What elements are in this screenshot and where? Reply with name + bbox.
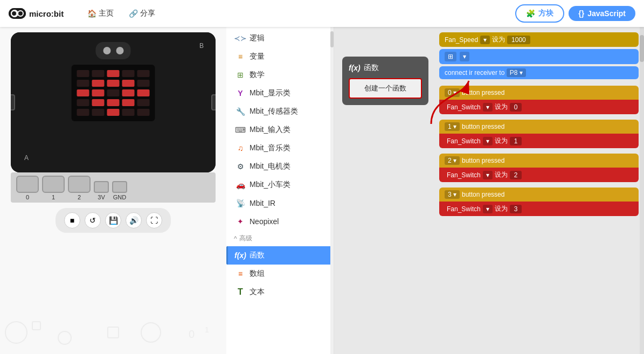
microbit-device: A B	[11, 32, 216, 172]
pins-row: 0 1 2 3V GND	[11, 172, 216, 203]
pin-gnd: GND	[112, 181, 127, 200]
block-fan-switch-1[interactable]: Fan_Switch ▾ 设为 1	[439, 134, 639, 148]
pin-0: 0	[16, 176, 39, 200]
svg-point-1	[11, 11, 17, 16]
save-button[interactable]: 💾	[105, 212, 121, 228]
blocks-button[interactable]: 🧩 方块	[515, 4, 564, 23]
hat-btn1[interactable]: 1 ▾ button pressed	[439, 120, 639, 134]
logo: micro:bit	[9, 8, 64, 19]
blocks-icon: 🧩	[526, 9, 535, 18]
mbit-display-icon: Y	[236, 88, 245, 98]
variables-icon: ≡	[236, 52, 245, 61]
text-icon: T	[236, 287, 245, 297]
create-function-button[interactable]: 创建一个函数	[349, 78, 422, 99]
svg-point-5	[58, 331, 71, 344]
hat-btn3[interactable]: 3 ▾ button pressed	[439, 188, 639, 202]
sidebar-item-functions[interactable]: f(x) 函数	[226, 246, 334, 265]
mbit-car-icon: 🚗	[236, 180, 245, 190]
sidebar-item-mbit-car[interactable]: 🚗 Mbit_小车类	[226, 176, 334, 194]
microbit-logo	[96, 42, 131, 59]
section-btn0: 0 ▾ button pressed Fan_Switch ▾ 设为 0	[439, 86, 639, 114]
mbit-input-icon: ⌨	[236, 125, 245, 135]
sidebar-item-text[interactable]: T 文本	[226, 283, 334, 301]
workspace-scrollbar	[640, 27, 644, 354]
svg-point-7	[141, 323, 161, 342]
popup-fn-icon: f(x)	[349, 64, 361, 72]
sidebar-scrollbar-thumb	[330, 31, 334, 47]
led-matrix	[72, 65, 155, 121]
svg-text:1: 1	[205, 325, 209, 334]
workspace: f(x) 函数 创建一个函数 Fan_Speed ▾ 设为	[334, 27, 644, 354]
svg-rect-4	[32, 322, 40, 330]
advanced-divider[interactable]: ^ 高级	[226, 231, 334, 246]
simulator-panel: A B 0 1 2	[0, 27, 226, 354]
blocks-container: Fan_Speed ▾ 设为 1000 ⊞ ▾ connect ir recei…	[439, 32, 639, 216]
category-sidebar: ≺≻ 逻辑 ≡ 变量 ⊞ 数学 Y Mbit_显示类 🔧 Mbit_传感器类 ⌨…	[226, 27, 334, 354]
fullscreen-button[interactable]: ⛶	[146, 212, 162, 228]
pin-2: 2	[68, 176, 91, 200]
svg-point-3	[5, 322, 27, 343]
right-eye	[116, 47, 123, 54]
workspace-scrollbar-thumb	[640, 35, 644, 62]
section-btn3: 3 ▾ button pressed Fan_Switch ▾ 设为 3	[439, 188, 639, 216]
array-icon: ≡	[236, 269, 245, 279]
sidebar-item-neopixel[interactable]: ✦ Neopixel	[226, 212, 334, 231]
functions-icon: f(x)	[236, 251, 245, 260]
mbit-music-icon: ♫	[236, 143, 245, 153]
restart-button[interactable]: ↺	[85, 212, 101, 228]
sidebar-item-mbit-ir[interactable]: 📡 Mbit_IR	[226, 194, 334, 212]
block-fan-switch-3[interactable]: Fan_Switch ▾ 设为 3	[439, 202, 639, 216]
sidebar-item-mbit-input[interactable]: ⌨ Mbit_输入类	[226, 121, 334, 139]
pin-1: 1	[42, 176, 65, 200]
sidebar-item-array[interactable]: ≡ 数组	[226, 265, 334, 283]
logo-text: micro:bit	[29, 9, 64, 18]
header: micro:bit 🏠 主页 🔗 分享 🧩 方块 {} JavaScript	[0, 0, 644, 27]
sidebar-item-mbit-motor[interactable]: ⚙ Mbit_电机类	[226, 157, 334, 176]
svg-text:0: 0	[189, 328, 195, 340]
sidebar-scrollbar	[330, 27, 334, 354]
sidebar-item-logic[interactable]: ≺≻ 逻辑	[226, 29, 334, 47]
hat-btn2[interactable]: 2 ▾ button pressed	[439, 154, 639, 168]
block-icon[interactable]: ⊞ ▾	[439, 49, 639, 64]
logic-icon: ≺≻	[236, 33, 245, 43]
button-b[interactable]	[211, 94, 216, 110]
block-fan-switch-0[interactable]: Fan_Switch ▾ 设为 0	[439, 100, 639, 114]
chevron-icon: ^	[234, 235, 237, 242]
mbit-motor-icon: ⚙	[236, 162, 245, 171]
functions-popup-title: f(x) 函数	[349, 63, 422, 73]
block-fan-switch-2[interactable]: Fan_Switch ▾ 设为 2	[439, 168, 639, 182]
share-icon: 🔗	[129, 9, 138, 18]
section-btn2: 2 ▾ button pressed Fan_Switch ▾ 设为 2	[439, 154, 639, 182]
bg-decoration: 0 1	[0, 311, 226, 354]
nav-share[interactable]: 🔗 分享	[121, 5, 163, 22]
math-icon: ⊞	[236, 70, 245, 80]
nav-home[interactable]: 🏠 主页	[80, 5, 121, 22]
pin-3v: 3V	[94, 181, 109, 200]
javascript-button[interactable]: {} JavaScript	[569, 6, 635, 21]
sidebar-item-variables[interactable]: ≡ 变量	[226, 47, 334, 66]
sound-button[interactable]: 🔊	[126, 212, 142, 228]
logo-icon	[9, 8, 26, 19]
label-a: A	[24, 154, 29, 162]
block-fan-speed[interactable]: Fan_Speed ▾ 设为 1000	[439, 32, 639, 47]
svg-rect-6	[108, 327, 119, 338]
home-icon: 🏠	[87, 9, 96, 18]
button-a[interactable]	[11, 94, 15, 110]
sidebar-item-math[interactable]: ⊞ 数学	[226, 66, 334, 84]
stop-button[interactable]: ■	[64, 212, 80, 228]
mbit-sensor-icon: 🔧	[236, 107, 245, 116]
block-ir-receiver[interactable]: connect ir receiver to P8 ▾	[439, 66, 639, 79]
hat-btn0[interactable]: 0 ▾ button pressed	[439, 86, 639, 100]
left-eye	[103, 47, 110, 54]
functions-popup: f(x) 函数 创建一个函数	[342, 57, 428, 105]
braces-icon: {}	[578, 9, 584, 18]
sidebar-item-mbit-music[interactable]: ♫ Mbit_音乐类	[226, 139, 334, 157]
sidebar-item-mbit-display[interactable]: Y Mbit_显示类	[226, 84, 334, 102]
neopixel-icon: ✦	[236, 217, 245, 226]
mbit-ir-icon: 📡	[236, 198, 245, 208]
sidebar-item-mbit-sensor[interactable]: 🔧 Mbit_传感器类	[226, 102, 334, 121]
section-btn1: 1 ▾ button pressed Fan_Switch ▾ 设为 1	[439, 120, 639, 148]
main-layout: A B 0 1 2	[0, 27, 644, 354]
simulator-controls: ■ ↺ 💾 🔊 ⛶	[56, 208, 171, 233]
label-b: B	[199, 42, 204, 50]
